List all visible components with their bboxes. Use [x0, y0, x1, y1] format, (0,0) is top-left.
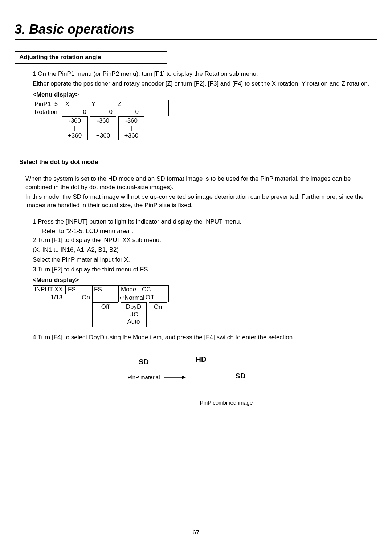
menu-cell [140, 100, 168, 108]
menu-cell: CC [140, 286, 168, 294]
option-mode: DbyD UC Auto [121, 302, 147, 327]
body-text: Either operate the positioner and rotary… [33, 80, 377, 88]
step-sub-text: Select the PinP material input for X. [33, 256, 377, 264]
option-value: UC [121, 311, 146, 318]
sd-inset-box: SD [228, 366, 253, 386]
range-min: -360 [119, 117, 144, 124]
menu-cell [140, 108, 168, 116]
chapter-title: 3. Basic operations [15, 22, 377, 40]
step-text: 3 Turn [F2] to display the third menu of… [33, 266, 377, 274]
menu-cell: 0 [88, 108, 114, 116]
menu-display-label: <Menu display> [33, 276, 377, 284]
menu-cell: Y [88, 100, 114, 108]
range-min: -360 [62, 117, 87, 124]
range-box-y: -360 | +360 [90, 116, 116, 140]
range-bar: | [62, 124, 87, 132]
range-box-z: -360 | +360 [118, 116, 144, 140]
menu-cell: FS [93, 286, 119, 294]
arrow-icon [142, 360, 186, 382]
menu-cell: 1/13 [33, 294, 66, 302]
range-max: +360 [119, 132, 144, 139]
body-text: In this mode, the SD format image will n… [25, 193, 377, 210]
range-bar: | [119, 124, 144, 132]
section-heading-rotation: Adjusting the rotation angle [15, 51, 167, 64]
range-bar: | [90, 124, 116, 132]
menu-cell: Mode [119, 286, 140, 294]
menu-cell: PinP1 5 [33, 100, 62, 108]
menu-cell: Rotation [33, 108, 62, 116]
range-max: +360 [90, 132, 116, 139]
menu-cell: ↵Normal [119, 294, 142, 302]
range-boxes: -360 | +360 -360 | +360 -360 | +360 [33, 116, 377, 140]
page-number: 67 [15, 529, 377, 536]
range-min: -360 [90, 117, 116, 124]
range-max: +360 [62, 132, 87, 139]
step-text: 1 Press the [INPUT] button to light its … [33, 218, 377, 226]
menu-cell: X [62, 100, 88, 108]
option-value: Auto [121, 318, 146, 325]
menu-cell [93, 294, 119, 302]
menu-cell: Z [114, 100, 140, 108]
menu-cell: FS [66, 286, 93, 294]
menu-display-table: PinP1 5 X Y Z Rotation 0 0 0 [33, 100, 169, 116]
body-text: When the system is set to the HD mode an… [25, 175, 377, 192]
step-text: 4 Turn [F4] to select DbyD using the Mod… [33, 333, 377, 342]
step-text: 2 Turn [F1] to display the INPUT XX sub … [33, 236, 377, 245]
diagram: SD PinP material HD SD PinP combined ima… [15, 352, 377, 406]
svg-marker-3 [182, 376, 186, 379]
combined-label: PinP combined image [188, 400, 264, 406]
menu-cell: 0 [114, 108, 140, 116]
hd-frame: HD SD [188, 352, 264, 397]
menu-cell: 0 [62, 108, 88, 116]
option-cc: On [149, 302, 167, 327]
menu-cell: INPUT XX [33, 286, 66, 294]
menu-display-table: INPUT XX FS FS Mode CC 1/13 On ↵Normal O… [33, 285, 169, 302]
range-box-x: -360 | +360 [62, 116, 88, 140]
menu-cell: On [66, 294, 93, 302]
menu-display-label: <Menu display> [33, 91, 377, 98]
section-heading-dotbydot: Select the dot by dot mode [15, 156, 167, 168]
option-boxes: Off DbyD UC Auto On [33, 302, 377, 327]
hd-label: HD [196, 355, 206, 364]
menu-cell: Off [142, 294, 168, 302]
option-value: DbyD [121, 303, 146, 311]
reference-text: Refer to "2-1-5. LCD menu area". [42, 228, 377, 235]
option-fs: Off [92, 302, 118, 327]
step-text: 1 On the PinP1 menu (or PinP2 menu), tur… [33, 70, 377, 78]
step-sub-text: (X: IN1 to IN16, A1, A2, B1, B2) [33, 246, 377, 254]
